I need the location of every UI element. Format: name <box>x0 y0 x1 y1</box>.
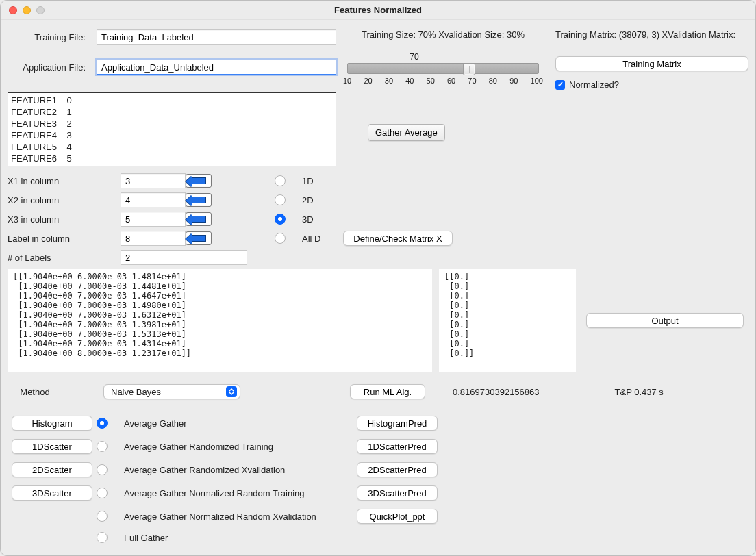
radio-3d[interactable] <box>275 214 286 225</box>
arrow-left-icon <box>191 177 206 184</box>
1dscatter-pred-button[interactable]: 1DScatterPred <box>357 439 438 454</box>
3dscatter-pred-button[interactable]: 3DScatterPred <box>357 485 438 501</box>
2dscatter-button[interactable]: 2DScatter <box>12 462 92 477</box>
slider-ticks: 10 20 30 40 50 60 70 80 90 100 <box>343 77 543 85</box>
radio-alld[interactable] <box>275 233 286 244</box>
normalized-checkbox[interactable] <box>555 80 565 90</box>
x3-arrow-button[interactable] <box>186 212 212 226</box>
dim-alld-label: All D <box>302 233 343 244</box>
x2-col-label: X2 in column <box>8 195 121 205</box>
feature-list[interactable]: FEATURE1 0 FEATURE2 1 FEATURE3 2 FEATURE… <box>8 92 336 166</box>
quickplot-button[interactable]: QuickPlot_ppt <box>357 509 438 524</box>
gather-average-button[interactable]: Gather Average <box>368 124 445 141</box>
time-value: T&P 0.437 s <box>615 387 664 397</box>
dim-3d-label: 3D <box>302 214 343 225</box>
num-labels-label: # of Labels <box>8 253 121 263</box>
radio-full-gather[interactable] <box>97 532 108 543</box>
normalized-label: Normalized? <box>569 79 619 90</box>
3dscatter-button[interactable]: 3DScatter <box>12 485 92 501</box>
chevron-updown-icon <box>226 386 237 397</box>
train-size-slider[interactable] <box>347 63 539 74</box>
window-title: Features Normalized <box>1 5 755 15</box>
radio-norm-train[interactable] <box>97 488 108 498</box>
histogram-button[interactable]: Histogram <box>12 416 92 431</box>
radio-rand-train[interactable] <box>97 441 108 452</box>
arrow-left-icon <box>191 216 206 223</box>
app-window: Features Normalized Training File: Appli… <box>0 0 756 556</box>
label-col-input[interactable] <box>121 231 186 246</box>
zoom-icon <box>36 6 45 14</box>
radio-avg-gather[interactable] <box>97 418 108 429</box>
x3-col-input[interactable] <box>121 212 186 227</box>
x1-col-input[interactable] <box>121 173 186 188</box>
run-ml-button[interactable]: Run ML Alg. <box>350 384 425 399</box>
opt-full-label: Full Gather <box>124 533 357 543</box>
opt-avg-gather-label: Average Gather <box>124 418 357 429</box>
application-file-input[interactable] <box>97 60 336 75</box>
opt-rand-xval-label: Average Gather Randomized Xvalidation <box>124 465 357 475</box>
histogram-pred-button[interactable]: HistogramPred <box>357 416 438 431</box>
radio-2d[interactable] <box>275 194 286 205</box>
slider-value-label: 70 <box>407 52 421 62</box>
x2-col-input[interactable] <box>121 192 186 207</box>
method-label: Method <box>8 387 62 397</box>
x1-arrow-button[interactable] <box>186 174 212 188</box>
x2-arrow-button[interactable] <box>186 193 212 207</box>
training-file-label: Training File: <box>8 32 97 42</box>
radio-rand-xval[interactable] <box>97 464 108 475</box>
method-select[interactable]: Naive Bayes <box>103 384 240 399</box>
slider-thumb[interactable] <box>463 63 475 75</box>
radio-norm-xval[interactable] <box>97 511 108 522</box>
label-arrow-button[interactable] <box>186 231 212 245</box>
opt-norm-train-label: Average Gather Normalized Random Trainin… <box>124 488 357 498</box>
label-col-label: Label in column <box>8 233 121 244</box>
matrix-summary: Training Matrix: (38079, 3) XValidation … <box>555 29 748 40</box>
1dscatter-button[interactable]: 1DScatter <box>12 439 92 454</box>
title-bar: Features Normalized <box>1 1 755 20</box>
radio-1d[interactable] <box>275 175 286 186</box>
training-matrix-button[interactable]: Training Matrix <box>555 56 748 71</box>
opt-norm-xval-label: Average Gather Normalized Random Xvalida… <box>124 511 357 522</box>
minimize-icon[interactable] <box>23 6 31 14</box>
x-matrix-preview: [[1.9040e+00 6.0000e-03 1.4814e+01] [1.9… <box>8 269 432 372</box>
x3-col-label: X3 in column <box>8 214 121 225</box>
dim-2d-label: 2D <box>302 195 343 205</box>
close-icon[interactable] <box>9 6 17 14</box>
training-file-input[interactable] <box>97 29 336 45</box>
arrow-left-icon <box>191 197 206 203</box>
output-button[interactable]: Output <box>586 313 744 328</box>
method-select-value: Naive Bayes <box>111 387 220 397</box>
accuracy-value: 0.8169730392156863 <box>453 387 540 397</box>
size-summary: Training Size: 70% Xvalidation Size: 30% <box>362 29 525 40</box>
x1-col-label: X1 in column <box>8 176 121 186</box>
define-matrix-button[interactable]: Define/Check Matrix X <box>343 231 453 246</box>
num-labels-input[interactable] <box>121 250 247 265</box>
2dscatter-pred-button[interactable]: 2DScatterPred <box>357 462 438 477</box>
application-file-label: Application File: <box>8 62 97 73</box>
y-matrix-preview: [[0.] [0.] [0.] [0.] [0.] [0.] [0.] [0.]… <box>439 269 576 372</box>
opt-rand-train-label: Average Gather Randomized Training <box>124 442 357 452</box>
dim-1d-label: 1D <box>302 176 343 186</box>
arrow-left-icon <box>191 235 206 242</box>
window-controls <box>1 6 45 14</box>
